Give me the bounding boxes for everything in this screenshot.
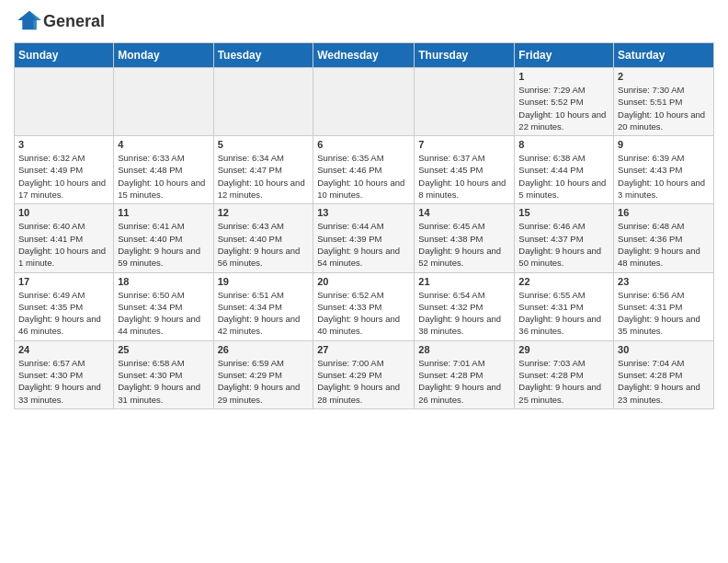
day-number: 6 <box>317 139 410 150</box>
day-info: Sunrise: 6:59 AM Sunset: 4:29 PM Dayligh… <box>218 357 310 406</box>
day-info: Sunrise: 6:52 AM Sunset: 4:33 PM Dayligh… <box>317 289 410 338</box>
logo-icon <box>16 9 43 31</box>
calendar-cell: 6Sunrise: 6:35 AM Sunset: 4:46 PM Daylig… <box>313 136 415 204</box>
calendar-table: SundayMondayTuesdayWednesdayThursdayFrid… <box>14 42 714 409</box>
day-number: 26 <box>218 344 310 355</box>
day-number: 4 <box>118 139 209 150</box>
day-info: Sunrise: 6:50 AM Sunset: 4:34 PM Dayligh… <box>118 289 209 338</box>
calendar-cell: 27Sunrise: 7:00 AM Sunset: 4:29 PM Dayli… <box>313 340 415 408</box>
day-info: Sunrise: 6:38 AM Sunset: 4:44 PM Dayligh… <box>518 152 609 201</box>
day-number: 28 <box>418 344 510 355</box>
calendar-cell <box>415 68 515 136</box>
day-number: 19 <box>218 276 310 287</box>
calendar-cell: 11Sunrise: 6:41 AM Sunset: 4:40 PM Dayli… <box>114 204 213 272</box>
calendar-cell: 26Sunrise: 6:59 AM Sunset: 4:29 PM Dayli… <box>213 340 313 408</box>
calendar-cell: 22Sunrise: 6:55 AM Sunset: 4:31 PM Dayli… <box>515 272 614 340</box>
day-info: Sunrise: 6:44 AM Sunset: 4:39 PM Dayligh… <box>317 220 410 269</box>
day-number: 13 <box>317 207 410 218</box>
day-info: Sunrise: 7:04 AM Sunset: 4:28 PM Dayligh… <box>618 357 710 406</box>
day-info: Sunrise: 6:45 AM Sunset: 4:38 PM Dayligh… <box>418 220 510 269</box>
day-number: 1 <box>518 71 609 82</box>
day-info: Sunrise: 6:57 AM Sunset: 4:30 PM Dayligh… <box>18 357 109 406</box>
calendar-week-row: 17Sunrise: 6:49 AM Sunset: 4:35 PM Dayli… <box>15 272 714 340</box>
calendar-header-tuesday: Tuesday <box>213 43 313 68</box>
calendar-cell: 9Sunrise: 6:39 AM Sunset: 4:43 PM Daylig… <box>614 136 714 204</box>
day-number: 27 <box>317 344 410 355</box>
day-info: Sunrise: 6:49 AM Sunset: 4:35 PM Dayligh… <box>18 289 109 338</box>
calendar-cell <box>15 68 114 136</box>
calendar-cell: 23Sunrise: 6:56 AM Sunset: 4:31 PM Dayli… <box>614 272 714 340</box>
day-number: 9 <box>618 139 710 150</box>
calendar-cell: 3Sunrise: 6:32 AM Sunset: 4:49 PM Daylig… <box>15 136 114 204</box>
calendar-page: General SundayMondayTuesdayWednesdayThur… <box>0 0 728 419</box>
day-info: Sunrise: 6:55 AM Sunset: 4:31 PM Dayligh… <box>518 289 609 338</box>
calendar-cell: 7Sunrise: 6:37 AM Sunset: 4:45 PM Daylig… <box>415 136 515 204</box>
day-number: 8 <box>518 139 609 150</box>
day-info: Sunrise: 7:03 AM Sunset: 4:28 PM Dayligh… <box>518 357 609 406</box>
calendar-cell: 4Sunrise: 6:33 AM Sunset: 4:48 PM Daylig… <box>114 136 213 204</box>
day-number: 22 <box>518 276 609 287</box>
day-info: Sunrise: 6:34 AM Sunset: 4:47 PM Dayligh… <box>218 152 310 201</box>
calendar-cell: 5Sunrise: 6:34 AM Sunset: 4:47 PM Daylig… <box>213 136 313 204</box>
day-number: 24 <box>18 344 109 355</box>
day-info: Sunrise: 7:29 AM Sunset: 5:52 PM Dayligh… <box>518 84 609 132</box>
calendar-cell <box>313 68 415 136</box>
day-info: Sunrise: 6:43 AM Sunset: 4:40 PM Dayligh… <box>218 220 310 269</box>
calendar-cell: 25Sunrise: 6:58 AM Sunset: 4:30 PM Dayli… <box>114 340 213 408</box>
calendar-cell: 16Sunrise: 6:48 AM Sunset: 4:36 PM Dayli… <box>614 204 714 272</box>
calendar-cell <box>114 68 213 136</box>
calendar-cell: 21Sunrise: 6:54 AM Sunset: 4:32 PM Dayli… <box>415 272 515 340</box>
calendar-cell: 2Sunrise: 7:30 AM Sunset: 5:51 PM Daylig… <box>614 68 714 136</box>
calendar-header-sunday: Sunday <box>15 43 114 68</box>
calendar-header-thursday: Thursday <box>415 43 515 68</box>
day-number: 7 <box>418 139 510 150</box>
calendar-header-saturday: Saturday <box>614 43 714 68</box>
calendar-week-row: 3Sunrise: 6:32 AM Sunset: 4:49 PM Daylig… <box>15 136 714 204</box>
day-number: 17 <box>18 276 109 287</box>
calendar-cell: 28Sunrise: 7:01 AM Sunset: 4:28 PM Dayli… <box>415 340 515 408</box>
day-number: 15 <box>518 207 609 218</box>
day-info: Sunrise: 6:54 AM Sunset: 4:32 PM Dayligh… <box>418 289 510 338</box>
day-number: 29 <box>518 344 609 355</box>
day-info: Sunrise: 6:40 AM Sunset: 4:41 PM Dayligh… <box>18 220 109 269</box>
logo-general: General <box>43 13 105 31</box>
day-number: 18 <box>118 276 209 287</box>
calendar-week-row: 1Sunrise: 7:29 AM Sunset: 5:52 PM Daylig… <box>15 68 714 136</box>
day-info: Sunrise: 6:51 AM Sunset: 4:34 PM Dayligh… <box>218 289 310 338</box>
page-header: General <box>14 9 714 35</box>
day-number: 5 <box>218 139 310 150</box>
day-info: Sunrise: 6:56 AM Sunset: 4:31 PM Dayligh… <box>618 289 710 338</box>
day-number: 12 <box>218 207 310 218</box>
day-info: Sunrise: 6:41 AM Sunset: 4:40 PM Dayligh… <box>118 220 209 269</box>
calendar-header-monday: Monday <box>114 43 213 68</box>
calendar-week-row: 10Sunrise: 6:40 AM Sunset: 4:41 PM Dayli… <box>15 204 714 272</box>
calendar-header-row: SundayMondayTuesdayWednesdayThursdayFrid… <box>15 43 714 68</box>
day-number: 30 <box>618 344 710 355</box>
calendar-cell: 8Sunrise: 6:38 AM Sunset: 4:44 PM Daylig… <box>515 136 614 204</box>
calendar-cell: 19Sunrise: 6:51 AM Sunset: 4:34 PM Dayli… <box>213 272 313 340</box>
calendar-cell: 15Sunrise: 6:46 AM Sunset: 4:37 PM Dayli… <box>515 204 614 272</box>
calendar-cell: 18Sunrise: 6:50 AM Sunset: 4:34 PM Dayli… <box>114 272 213 340</box>
day-info: Sunrise: 6:37 AM Sunset: 4:45 PM Dayligh… <box>418 152 510 201</box>
calendar-header-wednesday: Wednesday <box>313 43 415 68</box>
day-info: Sunrise: 6:48 AM Sunset: 4:36 PM Dayligh… <box>618 220 710 269</box>
day-number: 23 <box>618 276 710 287</box>
day-info: Sunrise: 6:32 AM Sunset: 4:49 PM Dayligh… <box>18 152 109 201</box>
day-number: 25 <box>118 344 209 355</box>
day-number: 16 <box>618 207 710 218</box>
day-info: Sunrise: 7:30 AM Sunset: 5:51 PM Dayligh… <box>618 84 710 132</box>
day-number: 3 <box>18 139 109 150</box>
day-number: 21 <box>418 276 510 287</box>
calendar-week-row: 24Sunrise: 6:57 AM Sunset: 4:30 PM Dayli… <box>15 340 714 408</box>
calendar-cell: 17Sunrise: 6:49 AM Sunset: 4:35 PM Dayli… <box>15 272 114 340</box>
calendar-cell: 12Sunrise: 6:43 AM Sunset: 4:40 PM Dayli… <box>213 204 313 272</box>
calendar-cell: 13Sunrise: 6:44 AM Sunset: 4:39 PM Dayli… <box>313 204 415 272</box>
calendar-cell: 29Sunrise: 7:03 AM Sunset: 4:28 PM Dayli… <box>515 340 614 408</box>
day-info: Sunrise: 7:00 AM Sunset: 4:29 PM Dayligh… <box>317 357 410 406</box>
calendar-cell <box>213 68 313 136</box>
calendar-cell: 1Sunrise: 7:29 AM Sunset: 5:52 PM Daylig… <box>515 68 614 136</box>
day-number: 20 <box>317 276 410 287</box>
calendar-cell: 30Sunrise: 7:04 AM Sunset: 4:28 PM Dayli… <box>614 340 714 408</box>
day-info: Sunrise: 6:33 AM Sunset: 4:48 PM Dayligh… <box>118 152 209 201</box>
day-info: Sunrise: 6:46 AM Sunset: 4:37 PM Dayligh… <box>518 220 609 269</box>
